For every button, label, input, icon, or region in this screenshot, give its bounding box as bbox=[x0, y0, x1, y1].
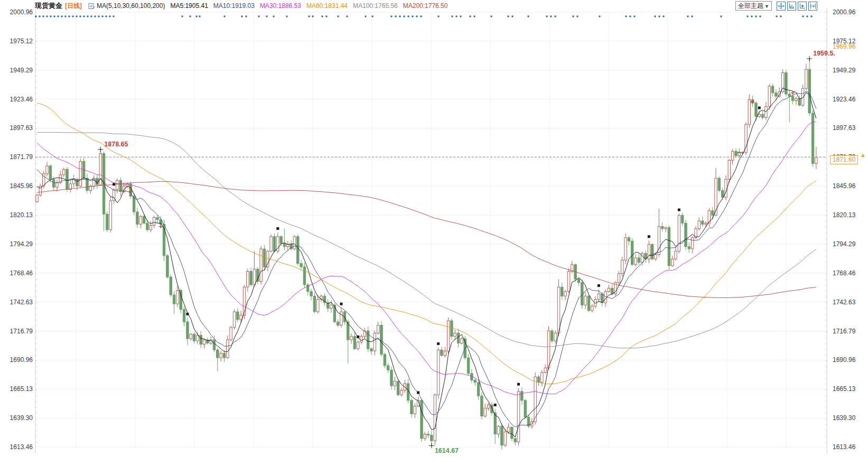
y-axis-tick-label: 1794.29 bbox=[833, 240, 868, 248]
instrument-title: 现货黄金 bbox=[35, 1, 62, 11]
y-axis-tick-label: 1768.46 bbox=[833, 269, 868, 277]
y-axis-tick-label: 1871.79 bbox=[2, 153, 33, 161]
playback-tool-button[interactable] bbox=[798, 2, 807, 11]
arrow-out-icon bbox=[810, 3, 816, 9]
range-zoom-tool-button[interactable] bbox=[787, 2, 796, 11]
y-axis-tick-label: 1690.96 bbox=[833, 356, 868, 364]
y-axis-tick-label: 1975.12 bbox=[2, 37, 33, 45]
move-cross-icon bbox=[778, 3, 784, 9]
y-axis-tick-label: 1845.96 bbox=[2, 182, 33, 190]
y-axis-tick-label: 1716.79 bbox=[833, 327, 868, 336]
theme-dropdown-label: 全部主题 bbox=[738, 2, 763, 10]
y-axis-tick-label: 1639.30 bbox=[2, 414, 33, 422]
axis-high-price-label: 1969.96 bbox=[833, 43, 855, 50]
move-tool-button[interactable] bbox=[777, 2, 786, 11]
ma200-value: MA200:1776.50 bbox=[403, 2, 448, 10]
y-axis-tick-label: 1820.13 bbox=[833, 211, 868, 219]
svg-text:1878.65: 1878.65 bbox=[104, 141, 128, 148]
candlestick-chart[interactable]: 1878.651959.5.1614.67 bbox=[0, 0, 868, 475]
playback-icon bbox=[799, 3, 805, 9]
price-alert-arrow-icon[interactable]: ▲ bbox=[860, 152, 866, 158]
theme-dropdown[interactable]: 全部主题▼ bbox=[735, 1, 772, 11]
y-axis-tick-label: 1613.46 bbox=[2, 443, 33, 451]
y-axis-tick-label: 1923.46 bbox=[833, 95, 868, 104]
y-axis-tick-label: 1613.46 bbox=[833, 443, 868, 451]
current-price-badge[interactable]: 1871.60 bbox=[830, 155, 858, 164]
indicator-settings-icon[interactable] bbox=[88, 3, 95, 10]
chart-toolbar: 全部主题▼ bbox=[735, 1, 817, 11]
range-zoom-icon bbox=[789, 3, 795, 9]
y-axis-tick-label: 1665.13 bbox=[2, 385, 33, 393]
y-axis-tick-label: 1690.96 bbox=[2, 356, 33, 364]
y-axis-tick-label: 1949.29 bbox=[2, 66, 33, 74]
export-tool-button[interactable] bbox=[808, 2, 817, 11]
y-axis-tick-label: 1742.63 bbox=[2, 298, 33, 306]
svg-text:1614.67: 1614.67 bbox=[435, 447, 459, 454]
y-axis-tick-label: 1897.63 bbox=[2, 124, 33, 132]
ma10-value: MA10:1919.03 bbox=[213, 2, 255, 10]
chevron-down-icon: ▼ bbox=[764, 4, 769, 9]
y-axis-tick-label: 1665.13 bbox=[833, 385, 868, 393]
ma5-value: MA5:1905.41 bbox=[170, 2, 208, 10]
ma100-value: MA100:1765.56 bbox=[353, 2, 398, 10]
ma-group-label: MA(5,10,30,60,100,200) bbox=[97, 2, 165, 10]
y-axis-tick-label: 1639.30 bbox=[833, 414, 868, 422]
y-axis-tick-label: 1742.63 bbox=[833, 298, 868, 306]
y-axis-tick-label: 1768.46 bbox=[2, 269, 33, 277]
ma60-value: MA60:1831.44 bbox=[306, 2, 348, 10]
y-axis-tick-label: 1716.79 bbox=[2, 327, 33, 336]
y-axis-tick-label: 1949.29 bbox=[833, 66, 868, 74]
y-axis-tick-label: 1845.96 bbox=[833, 182, 868, 190]
y-axis-tick-label: 1923.46 bbox=[2, 95, 33, 104]
svg-text:1959.5.: 1959.5. bbox=[813, 50, 835, 57]
y-axis-tick-label: 1897.63 bbox=[833, 124, 868, 132]
y-axis-tick-label: 1794.29 bbox=[2, 240, 33, 248]
ma30-value: MA30:1886.53 bbox=[260, 2, 301, 10]
period-label[interactable]: [日线] bbox=[65, 2, 82, 11]
y-axis-tick-label: 1820.13 bbox=[2, 211, 33, 219]
